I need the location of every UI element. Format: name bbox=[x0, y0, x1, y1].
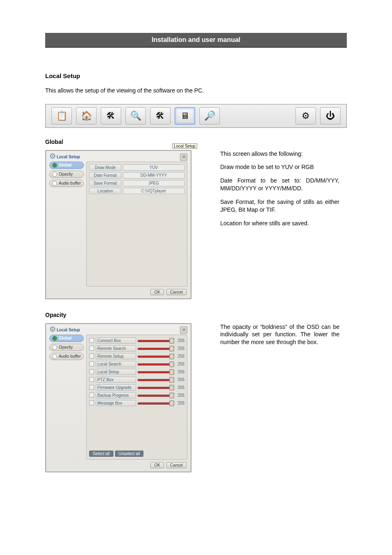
opacity-row: Remote Setup255 bbox=[89, 353, 184, 359]
checkbox[interactable] bbox=[89, 385, 94, 390]
tab-opacity[interactable]: Opacity bbox=[49, 344, 84, 351]
field-label: Location bbox=[89, 188, 121, 194]
opacity-label: Local Setup bbox=[96, 369, 136, 375]
dialog-tabs: Global Opacity Audio buffer bbox=[49, 162, 84, 287]
opacity-label: Backup Progress bbox=[96, 392, 136, 398]
global-text-line: Location for where stills are saved. bbox=[220, 220, 339, 227]
tab-global[interactable]: Global bbox=[49, 162, 84, 169]
checkbox[interactable] bbox=[89, 369, 94, 374]
opacity-label: Message Box bbox=[96, 400, 136, 406]
global-text-line: Date Format to be set to: DD/MM/YYY, MM/… bbox=[220, 177, 339, 192]
checkbox[interactable] bbox=[89, 354, 94, 358]
tab-audio-buffer[interactable]: Audio buffer bbox=[49, 180, 84, 187]
global-text-line: Save Format, for the saving of stills as… bbox=[220, 198, 339, 214]
opacity-value: 255 bbox=[175, 385, 184, 390]
toolbar-tools-icon[interactable]: 🛠 bbox=[101, 107, 121, 125]
tab-global[interactable]: Global bbox=[49, 335, 84, 342]
opacity-row: Backup Progress255 bbox=[89, 392, 184, 398]
field-value[interactable]: JPEG bbox=[123, 180, 184, 186]
opacity-description: The opacity or “boldness” of the OSD can… bbox=[220, 323, 339, 352]
opacity-value: 255 bbox=[175, 377, 184, 382]
opacity-value: 255 bbox=[175, 362, 184, 366]
checkbox[interactable] bbox=[89, 346, 94, 351]
gear-icon: ⚙ bbox=[49, 153, 56, 159]
app-toolbar: 📋 🏠 🛠 🔍 🛠 🖥 Local Setup 🔎 ⚙ ⏻ bbox=[45, 104, 347, 128]
checkbox[interactable] bbox=[89, 338, 94, 343]
toolbar-search-icon[interactable]: 🔎 bbox=[199, 107, 220, 125]
opacity-slider[interactable] bbox=[138, 393, 173, 397]
close-icon[interactable]: ✕ bbox=[180, 153, 187, 161]
field-value[interactable]: YUV bbox=[123, 164, 184, 171]
opacity-value: 255 bbox=[175, 338, 184, 343]
toolbar-power-icon[interactable]: ⏻ bbox=[320, 107, 341, 125]
opacity-text-line: The opacity or “boldness” of the OSD can… bbox=[220, 323, 339, 347]
ok-button[interactable]: OK bbox=[150, 462, 164, 468]
gear-icon: ⚙ bbox=[49, 326, 56, 332]
toolbar-gear-icon[interactable]: ⚙ bbox=[295, 107, 316, 125]
opacity-row: Remote Search255 bbox=[89, 345, 184, 352]
dialog-tabs: Global Opacity Audio buffer bbox=[49, 335, 84, 460]
opacity-slider[interactable] bbox=[138, 362, 173, 365]
field-value[interactable]: DD-MM-YYYY bbox=[123, 172, 184, 178]
page-header: Installation and user manual bbox=[45, 33, 347, 48]
global-text-line: This screen allows the following: bbox=[220, 150, 339, 158]
opacity-row: PTZ Box255 bbox=[89, 377, 184, 383]
toolbar-group-icon[interactable]: 🏠 bbox=[76, 107, 97, 125]
page-header-title: Installation and user manual bbox=[152, 36, 240, 43]
field-date-format: Date Format DD-MM-YYYY bbox=[89, 172, 184, 178]
global-dialog: ⚙ Local Setup ✕ Global Opacity Audio buf… bbox=[45, 150, 191, 299]
checkbox[interactable] bbox=[89, 377, 94, 382]
opacity-slider[interactable] bbox=[138, 370, 173, 373]
opacity-slider[interactable] bbox=[138, 339, 173, 342]
opacity-heading: Opacity bbox=[45, 312, 347, 318]
opacity-slider[interactable] bbox=[138, 347, 173, 350]
opacity-value: 255 bbox=[175, 346, 184, 351]
toolbar-monitor-icon[interactable]: 🖥 bbox=[175, 107, 195, 125]
opacity-dialog-content: Connect Box255Remote Search255Remote Set… bbox=[86, 335, 187, 460]
opacity-slider[interactable] bbox=[138, 401, 173, 405]
field-label: Draw Mode bbox=[89, 164, 121, 171]
checkbox[interactable] bbox=[89, 361, 94, 366]
field-draw-mode: Draw Mode YUV bbox=[89, 164, 184, 171]
toolbar-search-list-icon[interactable]: 🔍 bbox=[125, 107, 146, 125]
opacity-label: Connect Box bbox=[96, 338, 136, 344]
opacity-row: Message Box255 bbox=[89, 400, 184, 406]
cancel-button[interactable]: Cancel bbox=[166, 289, 187, 295]
tab-audio-buffer[interactable]: Audio buffer bbox=[49, 353, 84, 360]
opacity-row: Firmware Upgrade255 bbox=[89, 384, 184, 391]
global-dialog-content: Draw Mode YUV Date Format DD-MM-YYYY Sav… bbox=[86, 162, 187, 287]
opacity-row: Local Setup255 bbox=[89, 369, 184, 375]
opacity-slider[interactable] bbox=[138, 378, 173, 381]
opacity-label: Local Search bbox=[96, 361, 136, 367]
opacity-label: Firmware Upgrade bbox=[96, 384, 136, 391]
opacity-slider[interactable] bbox=[138, 386, 173, 389]
dialog-title: Local Setup bbox=[57, 155, 80, 159]
ok-button[interactable]: OK bbox=[150, 289, 164, 295]
close-icon[interactable]: ✕ bbox=[180, 326, 187, 334]
opacity-row: Connect Box255 bbox=[89, 338, 184, 344]
opacity-value: 255 bbox=[175, 393, 184, 398]
opacity-slider[interactable] bbox=[138, 354, 173, 358]
dialog-logo: ⚙ Local Setup bbox=[49, 153, 80, 159]
opacity-label: PTZ Box bbox=[96, 377, 136, 383]
unselect-all-button[interactable]: Unselect all bbox=[115, 451, 144, 457]
tab-opacity[interactable]: Opacity bbox=[49, 171, 84, 178]
opacity-value: 255 bbox=[175, 370, 184, 374]
toolbar-tooltip: Local Setup bbox=[172, 143, 197, 149]
global-text-line: Draw mode to be set to YUV or RGB bbox=[220, 163, 339, 171]
checkbox[interactable] bbox=[89, 393, 94, 398]
opacity-value: 255 bbox=[175, 401, 184, 405]
field-label: Save Format bbox=[89, 180, 121, 186]
opacity-row: Local Search255 bbox=[89, 361, 184, 367]
opacity-label: Remote Search bbox=[96, 345, 136, 352]
global-description: This screen allows the following: Draw m… bbox=[220, 150, 339, 233]
field-save-format: Save Format JPEG bbox=[89, 180, 184, 186]
select-all-button[interactable]: Select all bbox=[89, 451, 113, 457]
toolbar-tools2-icon[interactable]: 🛠 bbox=[150, 107, 171, 125]
dialog-logo: ⚙ Local Setup bbox=[49, 326, 80, 332]
checkbox[interactable] bbox=[89, 400, 94, 405]
opacity-label: Remote Setup bbox=[96, 353, 136, 359]
field-value[interactable]: C:\VQTplayer bbox=[123, 188, 184, 194]
cancel-button[interactable]: Cancel bbox=[166, 462, 187, 468]
toolbar-list-icon[interactable]: 📋 bbox=[51, 107, 72, 125]
